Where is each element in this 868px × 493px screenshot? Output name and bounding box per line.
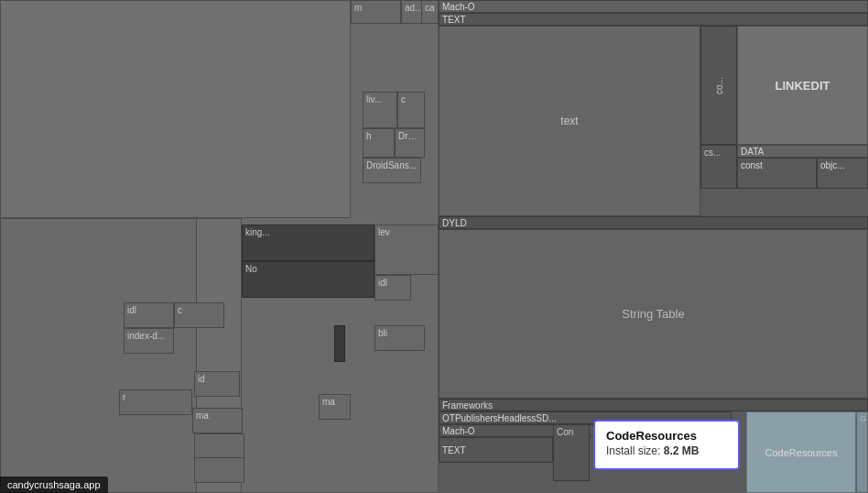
co-cell: co... — [700, 26, 737, 145]
frameworks-label: Frameworks — [442, 400, 493, 411]
data-header: DATA — [737, 145, 868, 158]
id-label: ma — [196, 411, 209, 421]
c-left-label: id — [198, 374, 205, 384]
ma-top-1: m — [351, 0, 401, 24]
text-large-cell: text — [439, 26, 700, 216]
macho-bottom-label: Mach-O — [442, 426, 475, 436]
text-header-label: TEXT — [442, 15, 466, 25]
h-cell: DroidSans... — [363, 158, 421, 183]
frameworks-header: Frameworks — [439, 399, 868, 411]
bli-label: c — [178, 305, 182, 315]
index-d-label: r — [123, 392, 125, 402]
h-label: DroidSans... — [366, 160, 417, 170]
droidsans-1[interactable]: king... — [242, 225, 374, 261]
tooltip-size-value: 8.2 MB — [664, 444, 700, 457]
code-resources-right-label: CodeResources — [765, 447, 838, 458]
cs-label: cs... — [704, 148, 721, 158]
bottom-app-label: candycrushsaga.app — [0, 477, 108, 493]
dyld-header: DYLD — [439, 216, 868, 229]
string-table-label: String Table — [622, 307, 684, 321]
droidsans-2[interactable]: No — [242, 261, 374, 298]
objc-label: objc... — [820, 160, 845, 170]
g-label: G — [860, 414, 866, 423]
m-top-label: ca — [425, 3, 435, 13]
king-label: lev — [378, 227, 390, 237]
code-resources-right-cell: CodeResources — [746, 411, 856, 493]
linkedit-label: LINKEDIT — [776, 79, 830, 93]
index-d: r — [119, 389, 192, 415]
cs-cell: cs... — [700, 145, 737, 189]
treemap: m ad... ca liv... c h DroidSans... Droid… — [0, 0, 868, 493]
mid-right-left-area — [0, 218, 197, 493]
idl-2: index-d... — [124, 328, 174, 354]
c-label: DroidSans... — [398, 131, 421, 141]
ma-top-1-label: m — [354, 3, 362, 13]
droidsans-1-label: king... — [245, 227, 270, 237]
no-cell: idl — [374, 275, 411, 301]
id-cell: ma — [192, 408, 243, 433]
objc-cell: objc... — [817, 158, 868, 189]
string-table-cell: String Table — [439, 229, 868, 399]
ma-top-2-label: ad... — [405, 3, 422, 13]
text-bottom-cell: TEXT — [439, 437, 553, 463]
const-label: const — [741, 160, 763, 170]
con-label: Con — [557, 427, 573, 437]
text-large-label: text — [560, 115, 578, 127]
text-header: TEXT — [439, 13, 868, 26]
co-label: co... — [714, 77, 724, 94]
macho-label: Mach-O — [442, 2, 475, 12]
r-cell: ma — [319, 394, 351, 420]
no-label: idl — [378, 278, 387, 288]
m-top: ca — [421, 0, 439, 24]
lev-cell: bli — [374, 325, 425, 351]
ca-cell: c — [397, 92, 425, 128]
tooltip-size: Install size: 8.2 MB — [606, 444, 727, 457]
ad-cell: liv... — [363, 92, 397, 128]
bottom-app-name: candycrushsaga.app — [7, 479, 101, 490]
ad-label: liv... — [366, 94, 382, 104]
idl-1-label: idl — [127, 305, 136, 315]
text-bottom-label: TEXT — [442, 445, 466, 455]
droidsans-2-label: No — [245, 264, 257, 274]
linkedit-cell: LINKEDIT — [737, 26, 868, 145]
tooltip-size-label: Install size: — [606, 444, 660, 457]
bli-cell: c — [174, 302, 224, 328]
r-label: ma — [322, 397, 335, 407]
ma-bottom-2 — [194, 457, 244, 483]
c-cell: DroidSans... — [395, 128, 425, 158]
idl-1: idl — [124, 302, 174, 328]
con-cell: Con — [553, 424, 590, 481]
const-cell: const — [737, 158, 817, 189]
dark-rect — [334, 325, 345, 362]
idl-2-label: index-d... — [127, 331, 165, 341]
king-cell: lev — [374, 225, 439, 275]
lev-label: bli — [378, 328, 387, 338]
ot-publishers-label: OTPublishersHeadlessSD... — [442, 413, 557, 423]
tooltip: CodeResources Install size: 8.2 MB — [593, 420, 740, 470]
g-cell: G — [856, 411, 868, 493]
ma-bottom-1 — [194, 433, 244, 459]
ca-label: c — [401, 94, 406, 104]
dyld-label: DYLD — [442, 218, 467, 228]
tooltip-title: CodeResources — [606, 429, 727, 443]
c-left: id — [194, 371, 240, 397]
data-label: DATA — [741, 147, 764, 157]
liv-cell: h — [363, 128, 395, 158]
liv-label: h — [366, 131, 372, 141]
left-small-tiles — [0, 0, 351, 218]
macho-header: Mach-O — [439, 0, 868, 13]
